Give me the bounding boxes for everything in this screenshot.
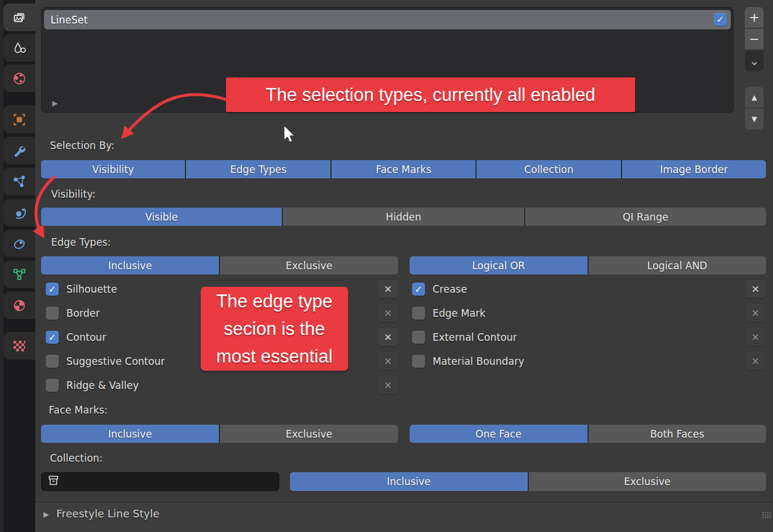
tab-object[interactable]	[4, 106, 35, 133]
annotation-selection-types: The selection types, currently all enabl…	[226, 77, 635, 112]
plus-icon: +	[749, 11, 760, 25]
face-marks-faces-group: One Face Both Faces	[410, 425, 766, 443]
face-marks-inclusive-button[interactable]: Inclusive	[41, 425, 219, 443]
visibility-visible-button[interactable]: Visible	[41, 208, 282, 226]
collection-icon	[42, 474, 60, 489]
suggestive-contour-label: Suggestive Contour	[66, 355, 165, 367]
tab-constraints[interactable]	[4, 230, 35, 257]
collection-exclusive-button[interactable]: Exclusive	[529, 472, 767, 491]
edge-types-exclusive-button[interactable]: Exclusive	[220, 256, 398, 275]
external-contour-label: External Contour	[433, 331, 517, 343]
clear-border-button[interactable]: ✕	[378, 304, 398, 322]
tab-scene[interactable]	[4, 34, 35, 62]
move-lineset-up-button[interactable]: ▲	[745, 87, 764, 108]
clear-external-contour-button[interactable]: ✕	[745, 328, 765, 346]
clear-ridge-valley-button[interactable]: ✕	[378, 377, 398, 394]
chevron-down-icon: ⌄	[749, 54, 760, 68]
face-marks-both-faces-button[interactable]: Both Faces	[589, 425, 767, 443]
minus-icon: −	[749, 32, 760, 46]
edge-type-row-crease: Crease ✕	[412, 280, 765, 298]
checkbox-crease[interactable]	[412, 283, 425, 296]
checkbox-suggestive-contour[interactable]	[46, 355, 59, 368]
checkbox-external-contour[interactable]	[412, 331, 425, 344]
clear-suggestive-contour-button[interactable]: ✕	[378, 353, 398, 370]
properties-tab-bar	[0, 0, 35, 532]
clear-crease-button[interactable]: ✕	[745, 280, 765, 298]
edge-type-row-material-boundary: Material Boundary ✕	[412, 353, 765, 370]
arrow-down-icon: ▼	[751, 115, 757, 123]
collection-inclusive-button[interactable]: Inclusive	[290, 472, 528, 491]
visibility-hidden-button[interactable]: Hidden	[283, 208, 524, 226]
texture-icon	[12, 338, 27, 354]
expand-arrow-icon[interactable]	[43, 510, 49, 519]
freestyle-line-style-panel-header[interactable]: Freestyle Line Style	[35, 502, 773, 532]
tab-modifiers[interactable]	[4, 137, 35, 164]
border-label: Border	[66, 307, 100, 319]
edge-type-row-ridge-valley: Ridge & Valley ✕	[46, 377, 398, 394]
physics-icon	[12, 205, 27, 221]
edge-types-logical-and-button[interactable]: Logical AND	[589, 256, 767, 275]
panel-drag-handle-icon[interactable]	[762, 512, 764, 513]
world-icon	[12, 71, 27, 86]
face-marks-mode-group: Inclusive Exclusive	[41, 425, 398, 443]
visibility-qi-range-button[interactable]: QI Range	[525, 208, 766, 226]
arrow-up-icon: ▲	[751, 93, 757, 101]
selection-by-visibility-button[interactable]: Visibility	[41, 160, 185, 178]
list-resize-grip-icon[interactable]	[52, 99, 58, 107]
constraints-icon	[12, 236, 27, 252]
selection-by-toggle-group: Visibility Edge Types Face Marks Collect…	[41, 160, 766, 178]
checkbox-border[interactable]	[46, 307, 59, 320]
face-marks-one-face-button[interactable]: One Face	[410, 425, 588, 443]
tab-texture[interactable]	[4, 332, 35, 360]
edge-types-mode-group: Inclusive Exclusive	[41, 256, 398, 275]
tab-particles[interactable]	[4, 168, 35, 195]
crease-label: Crease	[433, 283, 467, 295]
object-icon	[12, 112, 27, 127]
remove-lineset-button[interactable]: −	[745, 29, 764, 50]
clear-material-boundary-button[interactable]: ✕	[745, 353, 765, 370]
contour-label: Contour	[66, 331, 106, 343]
tab-material[interactable]	[4, 292, 35, 319]
edge-mark-label: Edge Mark	[433, 307, 485, 319]
silhouette-label: Silhouette	[66, 283, 117, 295]
selection-by-label: Selection By:	[50, 139, 114, 152]
collection-field[interactable]	[41, 472, 279, 491]
wrench-icon	[12, 143, 27, 158]
selection-by-face-marks-button[interactable]: Face Marks	[332, 160, 475, 178]
clear-edge-mark-button[interactable]: ✕	[745, 304, 765, 322]
lineset-name: LineSet	[50, 14, 87, 26]
clear-silhouette-button[interactable]: ✕	[378, 280, 398, 298]
mouse-cursor	[284, 126, 294, 142]
selection-by-image-border-button[interactable]: Image Border	[622, 160, 766, 178]
selection-by-collection-button[interactable]: Collection	[477, 160, 620, 178]
visibility-option-group: Visible Hidden QI Range	[41, 208, 766, 226]
blender-properties-editor: { "sidebar": { "tabs": [ {"icon": "view-…	[0, 0, 773, 532]
edge-types-logical-or-button[interactable]: Logical OR	[410, 256, 588, 275]
move-lineset-down-button[interactable]: ▼	[745, 109, 764, 130]
face-marks-label: Face Marks:	[49, 404, 107, 416]
face-marks-exclusive-button[interactable]: Exclusive	[220, 425, 398, 443]
edge-types-inclusive-button[interactable]: Inclusive	[41, 256, 219, 275]
collection-mode-group: Inclusive Exclusive	[290, 472, 766, 491]
object-data-icon	[12, 267, 27, 282]
lineset-list-item[interactable]: LineSet	[44, 10, 731, 29]
tab-object-data[interactable]	[4, 260, 35, 288]
scene-icon	[12, 40, 27, 56]
tab-physics[interactable]	[4, 199, 35, 226]
checkbox-ridge-valley[interactable]	[46, 379, 59, 392]
checkbox-contour[interactable]	[46, 331, 59, 344]
annotation-edge-type-section: The edge type secion is the most essenti…	[201, 287, 348, 371]
lineset-specials-button[interactable]: ⌄	[745, 50, 764, 72]
visibility-label: Visibility:	[51, 188, 96, 201]
material-boundary-label: Material Boundary	[433, 355, 524, 367]
checkbox-material-boundary[interactable]	[412, 355, 425, 368]
selection-by-edge-types-button[interactable]: Edge Types	[186, 160, 330, 178]
ridge-valley-label: Ridge & Valley	[66, 379, 139, 391]
checkbox-edge-mark[interactable]	[412, 307, 425, 320]
add-lineset-button[interactable]: +	[745, 7, 764, 28]
lineset-render-checkbox[interactable]	[714, 13, 727, 26]
clear-contour-button[interactable]: ✕	[378, 328, 398, 346]
tab-world[interactable]	[4, 65, 35, 92]
checkbox-silhouette[interactable]	[46, 283, 59, 296]
tab-view-layer[interactable]	[4, 4, 35, 31]
